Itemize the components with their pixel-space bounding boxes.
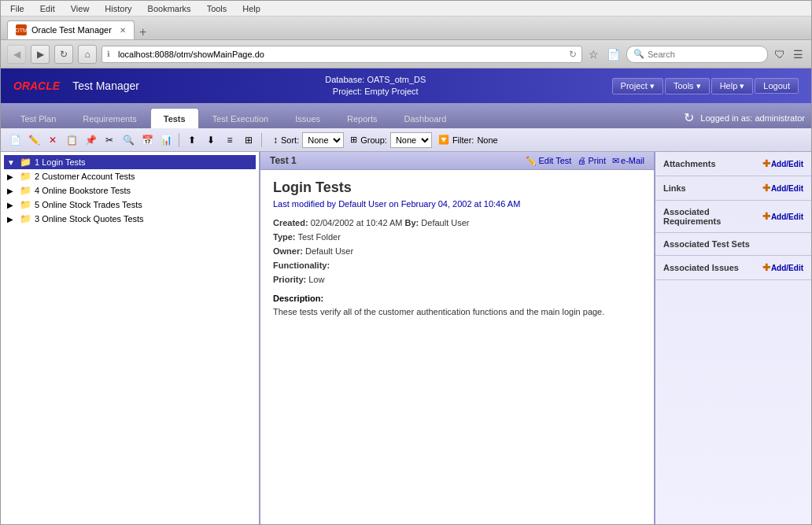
nav-refresh-button[interactable]: ↻ [54, 45, 73, 64]
expander-4[interactable]: ▶ [7, 187, 17, 195]
tree-label-1: 1 Login Tests [35, 157, 86, 167]
menu-bookmarks[interactable]: Bookmarks [145, 3, 194, 14]
assoc-issues-section: Associated Issues ✚ Add/Edit [655, 256, 811, 280]
tab-tests[interactable]: Tests [150, 108, 199, 128]
tree-item-1[interactable]: ▼ 📁 1 Login Tests [4, 155, 256, 169]
assoc-test-sets-header: Associated Test Sets [663, 239, 803, 249]
priority-field: Priority: Low [273, 275, 641, 284]
priority-label: Priority: [273, 275, 306, 284]
browser-menu-icon[interactable]: ☰ [792, 46, 805, 62]
bookmark-star-icon[interactable]: ☆ [587, 46, 600, 62]
tool-search-btn[interactable]: 🔍 [120, 132, 136, 148]
tools-menu-btn[interactable]: Tools ▾ [665, 78, 710, 94]
description-label: Description: [273, 294, 641, 303]
print-btn[interactable]: 🖨 Print [578, 156, 606, 166]
tool-edit-btn[interactable]: ✏️ [26, 132, 42, 148]
tab-test-execution[interactable]: Test Execution [199, 108, 282, 128]
tool-grid-btn[interactable]: ⊞ [241, 132, 257, 148]
links-add-icon: ✚ [762, 183, 770, 194]
address-bar: ◀ ▶ ↻ ⌂ ℹ ↻ ☆ 📄 🔍 🛡 ☰ [1, 40, 811, 68]
menu-view[interactable]: View [68, 3, 93, 14]
browser-tab-active[interactable]: OTM Oracle Test Manager ✕ [7, 20, 135, 39]
links-add-label: Add/Edit [771, 184, 803, 193]
tree-item-2[interactable]: ▶ 📁 2 Customer Account Tests [4, 169, 256, 183]
logout-btn[interactable]: Logout [755, 78, 799, 94]
tool-import-btn[interactable]: ⬇ [203, 132, 219, 148]
links-add-link[interactable]: ✚ Add/Edit [762, 183, 803, 194]
menu-tools[interactable]: Tools [204, 3, 231, 14]
reader-icon[interactable]: 📄 [605, 46, 622, 62]
assoc-issues-add-label: Add/Edit [771, 264, 803, 272]
tree-item-3[interactable]: ▶ 📁 3 Online Stock Quotes Tests [4, 212, 256, 226]
browser-frame: File Edit View History Bookmarks Tools H… [0, 0, 812, 525]
tool-copy-btn[interactable]: 📋 [64, 132, 79, 148]
tool-cut-btn[interactable]: ✂ [102, 132, 117, 148]
expander-3[interactable]: ▶ [7, 215, 17, 224]
tab-dashboard[interactable]: Dashboard [391, 108, 460, 128]
tool-calendar-btn[interactable]: 📅 [139, 132, 155, 148]
nav-forward-button[interactable]: ▶ [31, 45, 50, 64]
menu-edit[interactable]: Edit [37, 3, 58, 14]
header-center: Database: OATS_otm_DS Project: Empty Pro… [325, 74, 426, 98]
detail-header: Test 1 ✏️ Edit Test 🖨 Print ✉ e-Mail [260, 152, 654, 170]
assoc-issues-add-link[interactable]: ✚ Add/Edit [762, 262, 803, 273]
new-tab-button[interactable]: + [136, 25, 149, 39]
expander-5[interactable]: ▶ [7, 201, 17, 209]
sort-group: ↕ Sort: None [273, 132, 344, 148]
owner-field: Owner: Default User [273, 246, 641, 256]
item-modified: Last modified by Default User on Februar… [273, 199, 641, 209]
edit-test-btn[interactable]: ✏️ Edit Test [526, 156, 571, 166]
attachments-add-link[interactable]: ✚ Add/Edit [762, 158, 803, 169]
folder-icon-1: 📁 [20, 157, 31, 168]
header-right: Project ▾ Tools ▾ Help ▾ Logout [612, 78, 799, 94]
project-menu-btn[interactable]: Project ▾ [612, 78, 663, 94]
sort-select[interactable]: None [302, 132, 344, 148]
search-input[interactable] [648, 50, 758, 59]
attachments-section: Attachments ✚ Add/Edit [655, 152, 811, 176]
tab-close-btn[interactable]: ✕ [120, 26, 126, 35]
expander-1[interactable]: ▼ [7, 158, 17, 167]
tool-paste-btn[interactable]: 📌 [83, 132, 98, 148]
tab-bar: OTM Oracle Test Manager ✕ + [1, 17, 811, 40]
group-label: Group: [360, 135, 387, 145]
tool-export-btn[interactable]: ⬆ [184, 132, 200, 148]
tool-list-btn[interactable]: ≡ [222, 132, 238, 148]
tree-item-5[interactable]: ▶ 📁 5 Online Stock Trades Tests [4, 198, 256, 212]
menu-file[interactable]: File [7, 3, 28, 14]
item-title: Login Tests [273, 179, 641, 196]
email-btn[interactable]: ✉ e-Mail [612, 156, 644, 166]
tool-delete-btn[interactable]: ✕ [45, 132, 61, 148]
description-text: These tests verify all of the customer a… [273, 306, 641, 318]
tab-issues[interactable]: Issues [282, 108, 334, 128]
search-mag-icon: 🔍 [633, 49, 644, 59]
type-field: Type: Test Folder [273, 232, 641, 242]
reload-icon[interactable]: ↻ [569, 49, 577, 60]
refresh-icon[interactable]: ↻ [684, 110, 694, 125]
secure-icon: ℹ [107, 50, 110, 58]
tree-item-4[interactable]: ▶ 📁 4 Online Bookstore Tests [4, 183, 256, 198]
description-section: Description: These tests verify all of t… [273, 294, 641, 318]
help-menu-btn[interactable]: Help ▾ [711, 78, 754, 94]
priority-val: Low [308, 275, 324, 284]
menu-help[interactable]: Help [239, 3, 264, 14]
created-field: Created: 02/04/2002 at 10:42 AM By: Defa… [273, 218, 641, 227]
toolbar: 📄 ✏️ ✕ 📋 📌 ✂ 🔍 📅 📊 ⬆ ⬇ ≡ ⊞ ↕ Sort: None [1, 128, 811, 152]
group-select[interactable]: None [390, 132, 432, 148]
oracle-logo: ORACLE Test Manager [13, 79, 139, 92]
created-label: Created: [273, 218, 308, 227]
assoc-requirements-section: Associated Requirements ✚ Add/Edit [655, 201, 811, 233]
tab-reports[interactable]: Reports [334, 108, 391, 128]
address-input[interactable] [113, 46, 569, 62]
functionality-field: Functionality: [273, 261, 641, 270]
menu-history[interactable]: History [102, 3, 135, 14]
tab-requirements[interactable]: Requirements [69, 108, 149, 128]
nav-back-button[interactable]: ◀ [7, 45, 26, 64]
expander-2[interactable]: ▶ [7, 172, 17, 181]
tool-chart-btn[interactable]: 📊 [158, 132, 174, 148]
folder-icon-3: 📁 [20, 213, 31, 224]
assoc-requirements-add-link[interactable]: ✚ Add/Edit [762, 211, 803, 222]
tool-new-btn[interactable]: 📄 [7, 132, 23, 148]
tab-test-plan[interactable]: Test Plan [7, 108, 69, 128]
created-by-value: Default User [421, 218, 469, 227]
nav-home-button[interactable]: ⌂ [78, 45, 97, 64]
